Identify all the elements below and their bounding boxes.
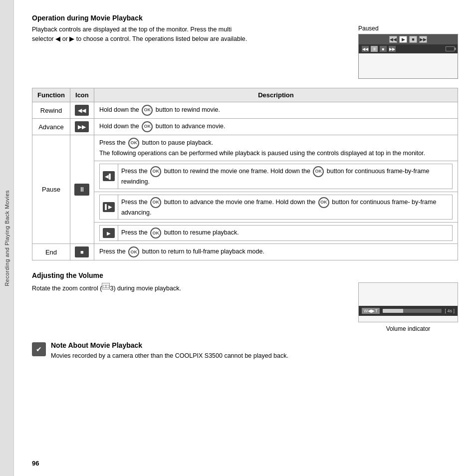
book-ref: □□ bbox=[102, 283, 110, 289]
func-rewind: Rewind bbox=[32, 102, 70, 119]
ok-btn-advance: OK bbox=[142, 121, 153, 132]
side-tab-label: Recording and Playing Back Movies bbox=[4, 190, 10, 286]
col-description: Description bbox=[94, 88, 458, 102]
paused-area: Paused ◀◀ ▶ ■ ▶▶ ◀◀ ⏸ ■ ▶▶ bbox=[358, 25, 458, 79]
pause-icon: ⏸ bbox=[74, 184, 89, 196]
desc-end: Press the OK button to return to full-fr… bbox=[94, 244, 458, 260]
volume-image-area: W◀▶T [ 4s ] Volume indicator bbox=[358, 282, 458, 332]
volume-bar-row: W◀▶T [ 4s ] bbox=[359, 306, 458, 316]
intro-row: Playback controls are displayed at the t… bbox=[32, 25, 458, 79]
function-table: Function Icon Description Rewind ◀◀ Hold… bbox=[32, 88, 458, 260]
monitor-btn-stop: ■ bbox=[409, 36, 417, 43]
desc-advance: Hold down the OK button to advance movie… bbox=[94, 119, 458, 135]
volume-section: Adjusting the Volume Rotate the zoom con… bbox=[32, 271, 458, 332]
monitor-btn-play: ▶ bbox=[399, 36, 407, 43]
monitor-bottom-btn-ff: ▶▶ bbox=[389, 46, 396, 52]
table-row-advance: Advance ▶▶ Hold down the OK button to ad… bbox=[32, 119, 458, 135]
section1-heading: Operation during Movie Playback bbox=[32, 14, 458, 22]
volume-text: Rotate the zoom control (□□3) during mov… bbox=[32, 282, 181, 293]
icon-end: ■ bbox=[70, 244, 94, 260]
ok-btn-pause: OK bbox=[128, 138, 139, 149]
play-resume-icon: ▶ bbox=[103, 228, 115, 238]
frame-fwd-icon: ▌▶ bbox=[103, 202, 115, 212]
func-advance: Advance bbox=[32, 119, 70, 135]
note-heading: Note About Movie Playback bbox=[51, 341, 288, 349]
volume-row: Rotate the zoom control (□□3) during mov… bbox=[32, 282, 458, 332]
icon-advance: ▶▶ bbox=[70, 119, 94, 135]
vol-bar-track bbox=[383, 309, 442, 313]
note-icon: ✔ bbox=[32, 342, 46, 356]
col-icon: Icon bbox=[70, 88, 94, 102]
ok-btn-rewind: OK bbox=[142, 105, 153, 116]
rewind-icon: ◀◀ bbox=[75, 105, 89, 116]
intro-text: Playback controls are displayed at the t… bbox=[32, 25, 251, 79]
page-number: 96 bbox=[32, 460, 39, 467]
note-section: ✔ Note About Movie Playback Movies recor… bbox=[32, 341, 458, 361]
pause-sub-row2: ▌▶ Press the OK button to advance the mo… bbox=[99, 195, 452, 220]
table-row-pause-sub2: ▌▶ Press the OK button to advance the mo… bbox=[32, 192, 458, 223]
play-resume-desc: Press the OK button to resume playback. bbox=[118, 226, 452, 241]
advance-icon: ▶▶ bbox=[75, 121, 89, 132]
frame-back-icon: ◀▌ bbox=[103, 171, 115, 181]
note-content: Note About Movie Playback Movies recorde… bbox=[51, 341, 288, 361]
vol-time-text: [ 4s ] bbox=[445, 308, 455, 313]
icon-rewind: ◀◀ bbox=[70, 102, 94, 119]
monitor-body bbox=[359, 53, 458, 78]
frame-fwd-desc: Press the OK button to advance the movie… bbox=[118, 195, 452, 220]
ok-btn-frameback: OK bbox=[150, 166, 161, 177]
col-function: Function bbox=[32, 88, 70, 102]
monitor-bottom-bar: ◀◀ ⏸ ■ ▶▶ bbox=[359, 44, 458, 53]
stop-icon: ■ bbox=[75, 246, 89, 257]
desc-rewind: Hold down the OK button to rewind movie. bbox=[94, 102, 458, 119]
table-row-end: End ■ Press the OK button to return to f… bbox=[32, 244, 458, 260]
frame-back-desc: Press the OK button to rewind the movie … bbox=[118, 164, 452, 189]
volume-monitor: W◀▶T [ 4s ] bbox=[358, 282, 458, 322]
icon-pause: ⏸ bbox=[70, 135, 94, 244]
func-pause: Pause bbox=[32, 135, 70, 244]
note-text: Movies recorded by a camera other than t… bbox=[51, 351, 288, 361]
func-end: End bbox=[32, 244, 70, 260]
monitor-btn-rewind: ◀◀ bbox=[389, 36, 397, 43]
ok-btn-framefwd: OK bbox=[150, 197, 161, 208]
monitor-bottom-btn-rw: ◀◀ bbox=[362, 46, 369, 52]
monitor-bottom-btn-pause: ⏸ bbox=[371, 46, 378, 52]
ok-btn-resume: OK bbox=[150, 228, 161, 238]
pause-sub-row1: ◀▌ Press the OK button to rewind the mov… bbox=[99, 164, 452, 189]
monitor-btn-advance: ▶▶ bbox=[419, 36, 427, 43]
table-row-pause-sub3: ▶ Press the OK button to resume playback… bbox=[32, 223, 458, 244]
desc-pause-main: Press the OK button to pause playback. T… bbox=[94, 135, 458, 161]
side-tab: Recording and Playing Back Movies bbox=[0, 0, 14, 476]
ok-btn-frameback2: OK bbox=[313, 166, 324, 177]
vol-bar-fill bbox=[383, 309, 403, 313]
main-content: Operation during Movie Playback Playback… bbox=[14, 0, 476, 476]
desc-pause-sub2: ▌▶ Press the OK button to advance the mo… bbox=[94, 192, 458, 223]
ok-btn-framefwd2: OK bbox=[318, 197, 329, 208]
desc-pause-sub3: ▶ Press the OK button to resume playback… bbox=[94, 223, 458, 244]
table-row-rewind: Rewind ◀◀ Hold down the OK button to rew… bbox=[32, 102, 458, 119]
monitor-bottom-btn-stop2: ■ bbox=[380, 46, 387, 52]
monitor-mockup: ◀◀ ▶ ■ ▶▶ ◀◀ ⏸ ■ ▶▶ bbox=[358, 34, 458, 79]
pause-sub-row3: ▶ Press the OK button to resume playback… bbox=[99, 226, 452, 241]
table-row-pause: Pause ⏸ Press the OK button to pause pla… bbox=[32, 135, 458, 161]
monitor-top-bar: ◀◀ ▶ ■ ▶▶ bbox=[359, 34, 458, 44]
volume-heading: Adjusting the Volume bbox=[32, 271, 458, 279]
paused-label: Paused bbox=[358, 25, 379, 32]
table-row-pause-sub1: ◀▌ Press the OK button to rewind the mov… bbox=[32, 161, 458, 192]
volume-label: Volume indicator bbox=[358, 325, 458, 332]
monitor-battery bbox=[446, 46, 455, 51]
vol-wt-label: W◀▶T bbox=[362, 308, 380, 314]
desc-pause-sub1: ◀▌ Press the OK button to rewind the mov… bbox=[94, 161, 458, 192]
ok-btn-end: OK bbox=[128, 246, 139, 257]
